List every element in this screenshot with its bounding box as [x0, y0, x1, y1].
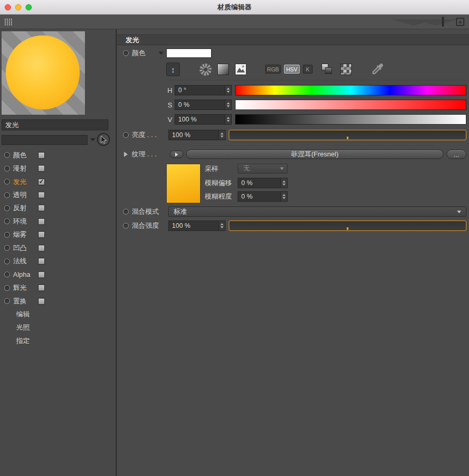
- channel-checkbox[interactable]: ✓: [38, 178, 45, 185]
- hue-input[interactable]: 0 °: [175, 85, 232, 95]
- channel-enable-radio[interactable]: [4, 192, 10, 198]
- blur-scale-input[interactable]: 0 %: [238, 191, 288, 202]
- shader-more-button[interactable]: ...: [447, 150, 466, 159]
- channel-label[interactable]: 烟雾: [13, 230, 27, 239]
- stepper-up-icon[interactable]: [227, 88, 230, 90]
- stepper-up-icon[interactable]: [227, 117, 230, 119]
- channel-row-0[interactable]: 颜色: [0, 149, 116, 162]
- zoom-button[interactable]: [26, 4, 32, 10]
- channel-row-11[interactable]: 置换: [0, 295, 116, 308]
- channel-label[interactable]: 颜色: [13, 151, 27, 160]
- channel-row-9[interactable]: Alpha: [0, 268, 116, 281]
- channel-label[interactable]: Alpha: [13, 271, 30, 278]
- mixer-mode-icon[interactable]: [320, 63, 334, 76]
- channel-label[interactable]: 置换: [13, 297, 27, 306]
- mix-strength-stepper[interactable]: [218, 221, 225, 230]
- value-gradient-bar[interactable]: [235, 114, 466, 125]
- brightness-slider[interactable]: [229, 130, 466, 140]
- channel-checkbox[interactable]: [38, 165, 45, 172]
- dropdown-arrow-icon[interactable]: [90, 138, 95, 141]
- saturation-gradient-bar[interactable]: [235, 100, 466, 110]
- stepper-down-icon[interactable]: [227, 105, 230, 107]
- material-preview[interactable]: [2, 31, 85, 115]
- channel-row-8[interactable]: 法线: [0, 255, 116, 268]
- sidebar-item-label[interactable]: 指定: [16, 336, 30, 346]
- channel-enable-radio[interactable]: [4, 205, 10, 211]
- channel-checkbox[interactable]: [38, 192, 45, 199]
- sidebar-item-2[interactable]: 指定: [0, 334, 116, 347]
- channel-row-7[interactable]: 凹凸: [0, 241, 116, 254]
- channel-label[interactable]: 环境: [13, 217, 27, 226]
- channel-label[interactable]: 漫射: [13, 164, 27, 173]
- stepper-up-icon[interactable]: [220, 223, 224, 225]
- stepper-down-icon[interactable]: [282, 197, 286, 199]
- channel-label[interactable]: 辉光: [13, 283, 27, 292]
- channel-row-3[interactable]: 透明: [0, 188, 116, 201]
- value-stepper[interactable]: [225, 115, 231, 124]
- stepper-up-icon[interactable]: [282, 180, 286, 182]
- sidebar-item-0[interactable]: 编辑: [0, 308, 116, 321]
- image-mode-icon[interactable]: [234, 63, 248, 76]
- secondary-input[interactable]: [2, 135, 88, 145]
- mix-strength-input[interactable]: 100 %: [168, 221, 226, 231]
- channel-label[interactable]: 法线: [13, 257, 27, 266]
- sampling-dropdown[interactable]: 无: [238, 164, 288, 174]
- channel-enable-radio[interactable]: [4, 272, 10, 277]
- channel-checkbox[interactable]: [38, 245, 45, 251]
- channel-label[interactable]: 透明: [13, 190, 27, 200]
- hue-stepper[interactable]: [225, 86, 231, 95]
- channel-checkbox[interactable]: [38, 205, 45, 212]
- tab-k[interactable]: K: [303, 65, 313, 74]
- grid-icon[interactable]: [4, 18, 13, 26]
- channel-label[interactable]: 凹凸: [13, 243, 27, 253]
- color-swatch[interactable]: [166, 48, 212, 58]
- blur-offset-stepper[interactable]: [280, 178, 287, 188]
- saturation-stepper[interactable]: [225, 100, 231, 109]
- mix-mode-enable-dot[interactable]: [123, 209, 129, 215]
- brightness-enable-dot[interactable]: [123, 132, 129, 138]
- texture-play-button[interactable]: [170, 151, 183, 158]
- color-wheel-icon[interactable]: [199, 63, 212, 76]
- gradient-mode-icon[interactable]: [216, 63, 230, 76]
- stepper-down-icon[interactable]: [282, 184, 286, 186]
- sidebar-item-label[interactable]: 编辑: [16, 310, 30, 319]
- channel-row-1[interactable]: 漫射: [0, 162, 116, 175]
- saturation-input[interactable]: 0 %: [175, 100, 232, 110]
- mix-mode-dropdown[interactable]: 标准: [168, 206, 466, 217]
- stepper-down-icon[interactable]: [227, 91, 230, 93]
- channel-checkbox[interactable]: [38, 285, 45, 291]
- channel-row-2[interactable]: 发光✓: [0, 175, 116, 188]
- channel-checkbox[interactable]: [38, 271, 45, 278]
- swatches-mode-icon[interactable]: [339, 63, 353, 76]
- channel-label[interactable]: 反射: [13, 203, 27, 213]
- minimize-button[interactable]: [15, 4, 21, 10]
- channel-checkbox[interactable]: [38, 218, 45, 225]
- color-dropdown-icon[interactable]: [158, 52, 164, 55]
- disclosure-triangle-icon[interactable]: [124, 152, 128, 157]
- mix-strength-enable-dot[interactable]: [123, 223, 129, 229]
- tab-rgb[interactable]: RGB: [265, 65, 281, 74]
- spectrum-mode-icon[interactable]: ↕: [166, 63, 180, 76]
- blur-scale-stepper[interactable]: [280, 192, 287, 201]
- channel-row-4[interactable]: 反射: [0, 202, 116, 215]
- stepper-down-icon[interactable]: [220, 226, 224, 228]
- brightness-stepper[interactable]: [218, 130, 225, 140]
- brightness-input[interactable]: 100 %: [168, 130, 226, 140]
- color-enable-dot[interactable]: [123, 51, 129, 56]
- channel-checkbox[interactable]: [38, 298, 45, 304]
- channel-label[interactable]: 发光: [13, 177, 27, 187]
- stepper-down-icon[interactable]: [220, 136, 224, 138]
- sidebar-item-1[interactable]: 光照: [0, 321, 116, 334]
- channel-row-5[interactable]: 环境: [0, 215, 116, 228]
- channel-checkbox[interactable]: [38, 152, 45, 158]
- channel-enable-radio[interactable]: [4, 259, 10, 264]
- mix-strength-slider[interactable]: [229, 221, 466, 231]
- channel-row-6[interactable]: 烟雾: [0, 228, 116, 241]
- channel-enable-radio[interactable]: [4, 218, 10, 224]
- value-input[interactable]: 100 %: [175, 114, 232, 125]
- close-button[interactable]: [5, 4, 11, 10]
- channel-checkbox[interactable]: [38, 258, 45, 265]
- shader-button[interactable]: 菲涅耳(Fresnel): [186, 150, 443, 159]
- channel-enable-radio[interactable]: [4, 232, 10, 238]
- lock-icon[interactable]: [442, 18, 448, 26]
